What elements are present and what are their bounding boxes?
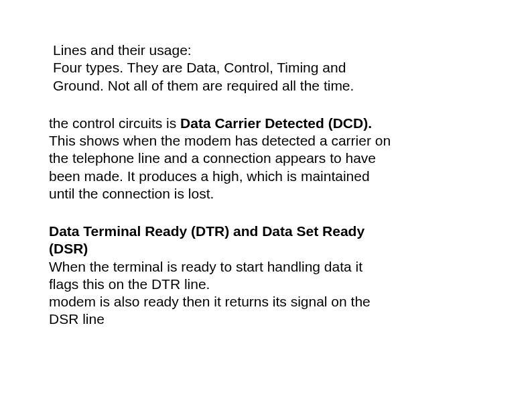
text-line: flags this on the DTR line. [49,276,210,292]
text-line: DSR line [49,311,105,327]
bold-dtr-dsr-2: (DSR) [49,241,88,256]
text-line: Lines and their usage: [53,42,192,58]
text-line: When the terminal is ready to start hand… [49,259,362,274]
paragraph-lines-usage: Lines and their usage: Four types. They … [49,42,483,95]
text-line: This shows when the modem has detected a… [49,133,391,148]
text-line: the control circuits is [49,115,180,131]
bold-dcd: Data Carrier Detected (DCD). [180,115,372,131]
text-line: been made. It produces a high, which is … [49,168,370,184]
text-line: Four types. They are Data, Control, Timi… [53,60,346,75]
text-line: modem is also ready then it returns its … [49,294,371,309]
paragraph-dcd: the control circuits is Data Carrier Det… [49,115,483,203]
bold-dtr-dsr-1: Data Terminal Ready (DTR) and Data Set R… [49,223,364,239]
text-line: Ground. Not all of them are required all… [53,78,354,93]
paragraph-dtr-dsr: Data Terminal Ready (DTR) and Data Set R… [49,223,483,329]
text-line: the telephone line and a connection appe… [49,150,376,166]
document-body: Lines and their usage: Four types. They … [49,42,483,349]
text-line: until the connection is lost. [49,186,214,201]
